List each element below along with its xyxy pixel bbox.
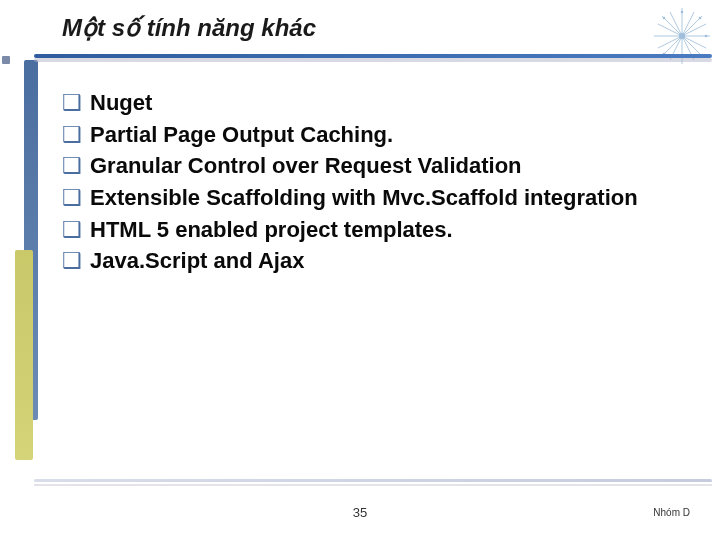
list-item: ❑ HTML 5 enabled project templates. <box>62 215 680 245</box>
title-area: Một số tính năng khác <box>62 14 670 42</box>
bottom-rule-shadow <box>34 484 712 486</box>
left-dot-decoration <box>2 56 10 64</box>
svg-line-10 <box>682 36 706 48</box>
svg-point-16 <box>679 33 685 39</box>
list-item: ❑ Java.Script and Ajax <box>62 246 680 276</box>
checkbox-bullet-icon: ❑ <box>62 151 82 181</box>
svg-point-19 <box>699 17 702 20</box>
list-item: ❑ Extensible Scaffolding with Mvc.Scaffo… <box>62 183 680 213</box>
svg-line-4 <box>682 16 702 36</box>
checkbox-bullet-icon: ❑ <box>62 183 82 213</box>
bullet-text: Java.Script and Ajax <box>90 246 304 276</box>
title-rule-shadow <box>34 58 712 62</box>
bullet-text: Partial Page Output Caching. <box>90 120 393 150</box>
svg-line-8 <box>682 12 694 36</box>
slide-title: Một số tính năng khác <box>62 14 670 42</box>
list-item: ❑ Granular Control over Request Validati… <box>62 151 680 181</box>
bullet-text: HTML 5 enabled project templates. <box>90 215 453 245</box>
checkbox-bullet-icon: ❑ <box>62 215 82 245</box>
bottom-rule <box>34 479 712 482</box>
svg-line-15 <box>670 12 682 36</box>
content-area: ❑ Nuget ❑ Partial Page Output Caching. ❑… <box>62 88 680 278</box>
left-yellow-bar <box>15 250 33 460</box>
list-item: ❑ Partial Page Output Caching. <box>62 120 680 150</box>
bullet-text: Nuget <box>90 88 152 118</box>
svg-point-18 <box>705 35 708 38</box>
checkbox-bullet-icon: ❑ <box>62 88 82 118</box>
checkbox-bullet-icon: ❑ <box>62 120 82 150</box>
page-number: 35 <box>0 505 720 520</box>
bullet-text: Granular Control over Request Validation <box>90 151 522 181</box>
slide: Một số tính năng khác ❑ Nuget ❑ Partial … <box>0 0 720 540</box>
svg-point-17 <box>681 11 684 14</box>
bullet-text: Extensible Scaffolding with Mvc.Scaffold… <box>90 183 638 213</box>
list-item: ❑ Nuget <box>62 88 680 118</box>
svg-line-5 <box>682 36 702 56</box>
footer-group-label: Nhóm D <box>653 507 690 518</box>
svg-line-9 <box>682 24 706 36</box>
checkbox-bullet-icon: ❑ <box>62 246 82 276</box>
